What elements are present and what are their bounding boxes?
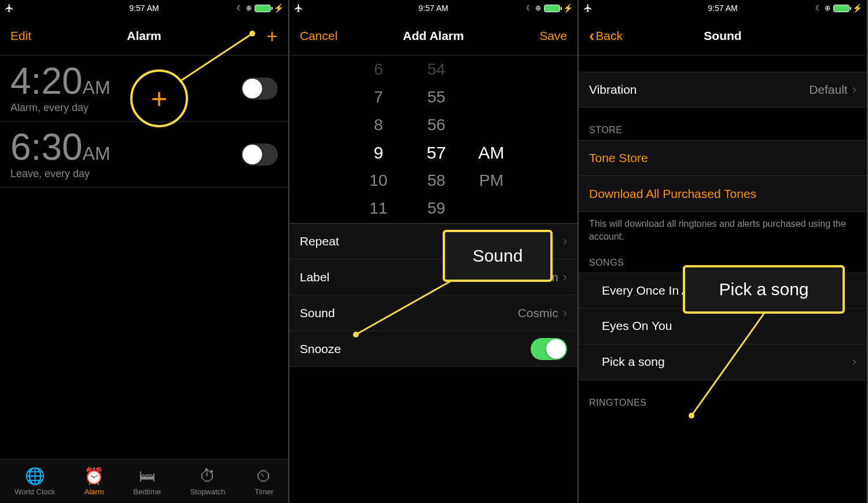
alarm-ampm: AM — [83, 143, 111, 164]
row-value: Cosmic — [518, 306, 558, 320]
tab-label: Bedtime — [133, 487, 161, 496]
alarm-row[interactable]: 4:20AM Alarm, every day — [0, 56, 288, 122]
ampm-picker[interactable]: AM PM — [465, 56, 517, 223]
picker-item: 8 — [374, 111, 383, 139]
globe-icon: 🌐 — [25, 467, 44, 485]
airplane-mode-icon — [5, 3, 14, 13]
cancel-button[interactable]: Cancel — [300, 29, 337, 43]
chevron-right-icon: › — [563, 234, 567, 249]
status-time: 9:57 AM — [129, 3, 159, 13]
alarm-toggle[interactable] — [241, 144, 278, 166]
callout-highlight-sound: Sound — [443, 230, 553, 282]
tone-store-row[interactable]: Tone Store — [579, 140, 867, 176]
time-picker[interactable]: 6 7 8 9 10 11 12 54 55 56 57 58 59 00 AM… — [289, 56, 578, 223]
nav-title: Add Alarm — [403, 29, 464, 43]
battery-icon — [544, 5, 560, 12]
vibration-row[interactable]: Vibration Default› — [579, 72, 867, 108]
song-row[interactable]: Eyes On You — [579, 309, 867, 344]
do-not-disturb-icon: ☾ — [815, 4, 822, 12]
tab-world-clock[interactable]: 🌐World Clock — [14, 467, 55, 496]
row-label: Download All Purchased Tones — [589, 187, 756, 201]
nav-bar: Edit Alarm + — [0, 16, 288, 56]
chevron-right-icon: › — [852, 354, 856, 369]
back-label: Back — [595, 29, 623, 42]
screen-add-alarm: 9:57 AM ☾⊕⚡ Cancel Add Alarm Save 6 7 8 … — [289, 0, 579, 503]
chevron-right-icon: › — [563, 306, 567, 321]
alarm-time: 6:30 — [10, 126, 83, 168]
airplane-mode-icon — [583, 3, 593, 13]
tab-timer[interactable]: ⏲Timer — [255, 467, 274, 496]
ringtones-section-header: RINGTONES — [579, 380, 867, 413]
tab-label: Alarm — [84, 487, 104, 496]
charging-icon: ⚡ — [852, 3, 862, 13]
alarm-subtitle: Alarm, every day — [10, 102, 111, 114]
picker-item: 55 — [427, 83, 445, 111]
status-bar: 9:57 AM ☾⊕⚡ — [579, 0, 867, 16]
alarm-row[interactable]: 6:30AM Leave, every day — [0, 122, 288, 188]
picker-item: 11 — [369, 194, 387, 222]
store-section-header: STORE — [579, 108, 867, 140]
row-label: Repeat — [300, 234, 339, 248]
alarm-ampm: AM — [83, 77, 111, 98]
charging-icon: ⚡ — [563, 3, 573, 13]
back-button[interactable]: ‹Back — [589, 27, 624, 45]
status-time: 9:57 AM — [418, 3, 448, 13]
snooze-toggle[interactable] — [531, 338, 567, 360]
row-label: Vibration — [589, 83, 637, 97]
do-not-disturb-icon: ☾ — [237, 4, 243, 12]
airplane-mode-icon — [294, 3, 303, 13]
alarm-clock-icon: ⏰ — [85, 467, 104, 485]
bed-icon: 🛏 — [138, 467, 156, 485]
orientation-lock-icon: ⊕ — [246, 4, 252, 12]
minute-picker[interactable]: 54 55 56 57 58 59 00 — [407, 56, 465, 223]
nav-title: Alarm — [127, 29, 161, 43]
download-all-row[interactable]: Download All Purchased Tones — [579, 176, 867, 212]
row-value: Default — [809, 83, 848, 97]
save-button[interactable]: Save — [532, 29, 567, 43]
edit-button[interactable]: Edit — [10, 29, 45, 43]
picker-item: 12 — [369, 222, 387, 223]
tab-label: Timer — [255, 487, 274, 496]
charging-icon: ⚡ — [274, 3, 284, 13]
alarm-list: 4:20AM Alarm, every day 6:30AM Leave, ev… — [0, 56, 288, 188]
battery-icon — [255, 5, 271, 12]
hour-picker[interactable]: 6 7 8 9 10 11 12 — [350, 56, 407, 223]
alarm-time: 4:20 — [10, 60, 83, 102]
add-alarm-button[interactable]: + — [266, 25, 278, 47]
chevron-right-icon: › — [852, 82, 856, 97]
alarm-toggle[interactable] — [241, 78, 278, 100]
pick-a-song-row[interactable]: Pick a song › — [579, 344, 867, 380]
picker-item: 7 — [374, 83, 383, 111]
picker-item: 54 — [427, 56, 445, 83]
nav-bar: ‹Back Sound — [579, 16, 867, 56]
row-label: Tone Store — [589, 151, 648, 165]
picker-item: PM — [479, 167, 503, 194]
nav-bar: Cancel Add Alarm Save — [289, 16, 578, 56]
row-label: Eyes On You — [602, 319, 672, 333]
picker-item: 57 — [426, 139, 446, 167]
picker-item: 9 — [374, 139, 384, 167]
status-bar: 9:57 AM ☾ ⊕ ⚡ — [0, 0, 288, 16]
battery-icon — [833, 5, 849, 12]
status-bar: 9:57 AM ☾⊕⚡ — [289, 0, 578, 16]
snooze-row[interactable]: Snooze — [289, 331, 578, 367]
sound-row[interactable]: Sound Cosmic› — [289, 295, 578, 331]
picker-item: 6 — [374, 56, 383, 83]
tab-label: World Clock — [14, 487, 55, 496]
screen-sound-picker: 9:57 AM ☾⊕⚡ ‹Back Sound Vibration Defaul… — [579, 0, 868, 503]
alarm-subtitle: Leave, every day — [10, 168, 111, 180]
do-not-disturb-icon: ☾ — [526, 4, 532, 12]
tab-stopwatch[interactable]: ⏱Stopwatch — [190, 467, 226, 496]
callout-highlight-pick-song: Pick a song — [683, 265, 845, 314]
tab-bedtime[interactable]: 🛏Bedtime — [133, 467, 161, 496]
chevron-right-icon: › — [563, 270, 567, 285]
picker-item: 10 — [369, 167, 387, 194]
orientation-lock-icon: ⊕ — [535, 4, 541, 12]
chevron-left-icon: ‹ — [589, 27, 594, 45]
status-time: 9:57 AM — [708, 3, 737, 13]
picker-item: 59 — [427, 194, 445, 222]
tab-bar: 🌐World Clock ⏰Alarm 🛏Bedtime ⏱Stopwatch … — [0, 459, 288, 503]
tab-alarm[interactable]: ⏰Alarm — [84, 467, 104, 496]
download-footer: This will download all ringtones and ale… — [579, 212, 867, 249]
row-label: Label — [300, 270, 329, 284]
